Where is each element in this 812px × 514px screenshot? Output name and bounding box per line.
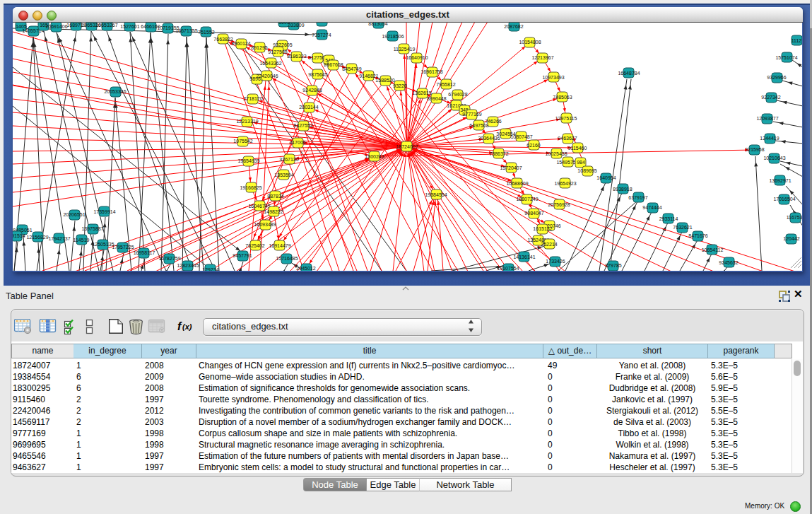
svg-text:13975887: 13975887 bbox=[81, 226, 103, 231]
svg-text:12823445: 12823445 bbox=[177, 263, 199, 268]
svg-text:746266: 746266 bbox=[485, 119, 501, 124]
svg-text:7625402: 7625402 bbox=[245, 243, 264, 248]
svg-text:3267130: 3267130 bbox=[279, 157, 298, 162]
svg-text:(x): (x) bbox=[182, 322, 192, 331]
svg-text:2087682: 2087682 bbox=[504, 24, 523, 29]
svg-text:8471676: 8471676 bbox=[688, 233, 707, 238]
svg-text:120442: 120442 bbox=[783, 236, 799, 241]
svg-text:12213319: 12213319 bbox=[236, 119, 258, 124]
svg-text:8186323: 8186323 bbox=[287, 54, 306, 59]
svg-text:10154808: 10154808 bbox=[519, 40, 541, 45]
svg-text:252214: 252214 bbox=[541, 242, 557, 247]
svg-text:3215958: 3215958 bbox=[745, 147, 764, 152]
svg-text:10025438: 10025438 bbox=[545, 151, 567, 156]
svg-text:9127508: 9127508 bbox=[268, 49, 287, 54]
svg-text:7663822: 7663822 bbox=[213, 37, 233, 42]
svg-text:1640954: 1640954 bbox=[596, 175, 616, 180]
svg-text:16640910: 16640910 bbox=[406, 55, 428, 60]
svg-text:7357274: 7357274 bbox=[312, 33, 331, 37]
svg-text:16093489: 16093489 bbox=[254, 222, 276, 227]
svg-text:9245632: 9245632 bbox=[719, 260, 738, 265]
svg-text:6497508: 6497508 bbox=[469, 123, 488, 128]
svg-text:12975115: 12975115 bbox=[555, 116, 577, 121]
svg-text:20206551: 20206551 bbox=[63, 212, 85, 217]
svg-text:1112: 1112 bbox=[792, 38, 802, 43]
svg-text:9227342: 9227342 bbox=[761, 95, 780, 100]
svg-text:62160: 62160 bbox=[526, 143, 541, 148]
svg-text:9875645: 9875645 bbox=[308, 72, 327, 77]
svg-text:9457791: 9457791 bbox=[233, 253, 252, 258]
svg-text:6379197: 6379197 bbox=[628, 195, 647, 200]
svg-text:6794028: 6794028 bbox=[448, 92, 467, 97]
svg-text:18807249: 18807249 bbox=[516, 197, 538, 201]
svg-text:114519: 114519 bbox=[73, 238, 90, 243]
svg-text:9329966: 9329966 bbox=[767, 75, 786, 80]
svg-text:12156829: 12156829 bbox=[26, 235, 48, 240]
svg-text:16671355: 16671355 bbox=[175, 28, 197, 33]
svg-text:9474444: 9474444 bbox=[642, 205, 661, 210]
svg-text:10653267: 10653267 bbox=[95, 23, 117, 28]
svg-text:15751074: 15751074 bbox=[775, 55, 797, 60]
svg-text:751552: 751552 bbox=[198, 30, 214, 35]
svg-text:2933114: 2933114 bbox=[659, 216, 678, 221]
svg-text:10973493: 10973493 bbox=[542, 75, 564, 80]
svg-text:2967608: 2967608 bbox=[324, 62, 343, 67]
svg-text:1089695: 1089695 bbox=[577, 168, 596, 173]
svg-text:10688609: 10688609 bbox=[506, 181, 528, 186]
svg-text:12213967: 12213967 bbox=[531, 55, 553, 60]
svg-text:1733426: 1733426 bbox=[546, 259, 565, 264]
svg-text:19654935: 19654935 bbox=[237, 158, 259, 163]
svg-text:891295: 891295 bbox=[251, 45, 267, 50]
svg-text:1362615: 1362615 bbox=[412, 90, 431, 95]
svg-text:9777169: 9777169 bbox=[462, 112, 481, 117]
svg-text:15716485: 15716485 bbox=[276, 256, 298, 261]
svg-text:8427552: 8427552 bbox=[293, 123, 312, 128]
svg-text:18724007: 18724007 bbox=[396, 144, 418, 149]
svg-text:417006: 417006 bbox=[289, 140, 305, 145]
svg-text:8990448: 8990448 bbox=[427, 96, 446, 101]
svg-text:10807487: 10807487 bbox=[510, 134, 532, 139]
svg-text:7485063: 7485063 bbox=[553, 95, 572, 100]
svg-text:2718170: 2718170 bbox=[243, 96, 262, 101]
svg-text:14136141: 14136141 bbox=[513, 255, 535, 259]
svg-text:22420046: 22420046 bbox=[256, 74, 278, 78]
svg-text:12093877: 12093877 bbox=[756, 116, 778, 121]
svg-text:9115460: 9115460 bbox=[568, 146, 587, 151]
svg-text:17359914: 17359914 bbox=[93, 209, 115, 214]
svg-text:16961758: 16961758 bbox=[420, 69, 442, 74]
svg-text:7632621: 7632621 bbox=[673, 225, 692, 230]
svg-text:1498222: 1498222 bbox=[264, 209, 283, 214]
svg-text:1075542: 1075542 bbox=[233, 139, 252, 144]
svg-text:887834: 887834 bbox=[267, 194, 283, 199]
svg-text:16782759: 16782759 bbox=[158, 256, 180, 261]
svg-text:16543362: 16543362 bbox=[259, 61, 281, 66]
svg-text:1353594: 1353594 bbox=[274, 173, 293, 177]
svg-text:20053346: 20053346 bbox=[104, 89, 126, 94]
svg-text:7386372: 7386372 bbox=[489, 151, 508, 156]
svg-text:12505135: 12505135 bbox=[92, 242, 114, 247]
svg-text:19218506: 19218506 bbox=[382, 34, 404, 39]
svg-text:f: f bbox=[177, 320, 182, 332]
svg-text:1615132: 1615132 bbox=[533, 226, 552, 231]
svg-text:9242848: 9242848 bbox=[302, 88, 322, 93]
svg-text:17942737: 17942737 bbox=[48, 236, 70, 241]
svg-text:19654923: 19654923 bbox=[554, 181, 576, 186]
svg-text:19107554: 19107554 bbox=[497, 266, 519, 271]
svg-text:129234: 129234 bbox=[202, 267, 218, 271]
svg-text:17016504: 17016504 bbox=[773, 197, 795, 201]
svg-text:7955812: 7955812 bbox=[436, 82, 455, 87]
svg-text:1527601: 1527601 bbox=[120, 24, 139, 29]
svg-text:13692971: 13692971 bbox=[769, 178, 791, 183]
svg-text:1244419: 1244419 bbox=[760, 136, 779, 141]
svg-text:20364436: 20364436 bbox=[478, 136, 500, 141]
svg-text:16046745: 16046745 bbox=[248, 204, 270, 209]
svg-text:20691406: 20691406 bbox=[45, 24, 67, 29]
svg-text:19166825: 19166825 bbox=[240, 185, 261, 190]
svg-text:16914479: 16914479 bbox=[269, 243, 290, 248]
svg-text:1167533: 1167533 bbox=[787, 215, 802, 220]
svg-text:9463627: 9463627 bbox=[558, 136, 577, 141]
svg-text:984: 984 bbox=[577, 160, 585, 165]
svg-text:11325419: 11325419 bbox=[394, 47, 416, 52]
svg-text:391514: 391514 bbox=[13, 233, 25, 238]
svg-text:8938918: 8938918 bbox=[613, 187, 632, 192]
